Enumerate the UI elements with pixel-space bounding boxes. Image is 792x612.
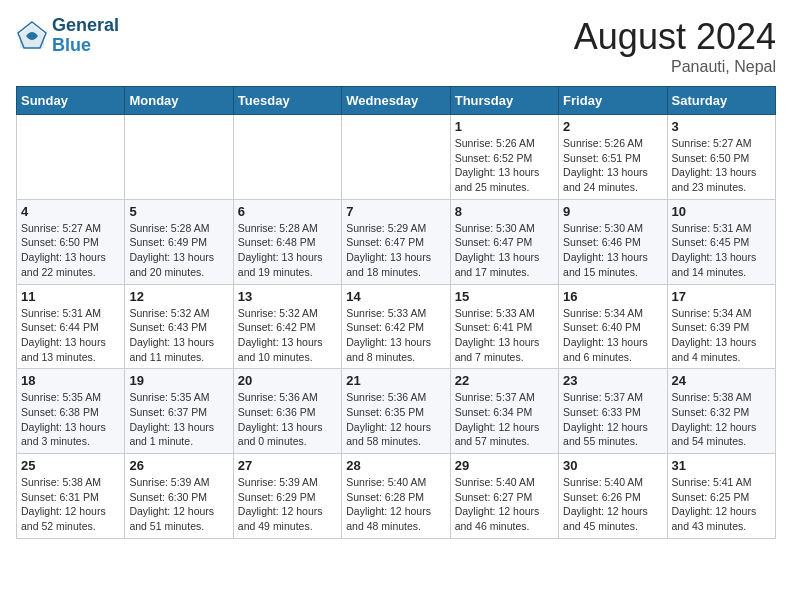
day-info: Sunrise: 5:27 AM Sunset: 6:50 PM Dayligh… (21, 221, 120, 280)
calendar-cell: 16Sunrise: 5:34 AM Sunset: 6:40 PM Dayli… (559, 284, 667, 369)
day-info: Sunrise: 5:33 AM Sunset: 6:42 PM Dayligh… (346, 306, 445, 365)
day-number: 8 (455, 204, 554, 219)
day-info: Sunrise: 5:29 AM Sunset: 6:47 PM Dayligh… (346, 221, 445, 280)
day-info: Sunrise: 5:35 AM Sunset: 6:38 PM Dayligh… (21, 390, 120, 449)
calendar-cell (17, 115, 125, 200)
day-info: Sunrise: 5:27 AM Sunset: 6:50 PM Dayligh… (672, 136, 771, 195)
calendar-cell: 3Sunrise: 5:27 AM Sunset: 6:50 PM Daylig… (667, 115, 775, 200)
calendar-cell: 10Sunrise: 5:31 AM Sunset: 6:45 PM Dayli… (667, 199, 775, 284)
day-info: Sunrise: 5:34 AM Sunset: 6:39 PM Dayligh… (672, 306, 771, 365)
day-number: 2 (563, 119, 662, 134)
logo-text: General Blue (52, 16, 119, 56)
logo-icon (16, 20, 48, 52)
day-number: 30 (563, 458, 662, 473)
day-info: Sunrise: 5:40 AM Sunset: 6:27 PM Dayligh… (455, 475, 554, 534)
day-info: Sunrise: 5:41 AM Sunset: 6:25 PM Dayligh… (672, 475, 771, 534)
weekday-header-thursday: Thursday (450, 87, 558, 115)
calendar-cell: 30Sunrise: 5:40 AM Sunset: 6:26 PM Dayli… (559, 454, 667, 539)
weekday-header-friday: Friday (559, 87, 667, 115)
calendar-cell: 1Sunrise: 5:26 AM Sunset: 6:52 PM Daylig… (450, 115, 558, 200)
calendar-cell: 4Sunrise: 5:27 AM Sunset: 6:50 PM Daylig… (17, 199, 125, 284)
calendar-cell: 24Sunrise: 5:38 AM Sunset: 6:32 PM Dayli… (667, 369, 775, 454)
day-info: Sunrise: 5:40 AM Sunset: 6:28 PM Dayligh… (346, 475, 445, 534)
day-number: 12 (129, 289, 228, 304)
weekday-header-saturday: Saturday (667, 87, 775, 115)
calendar-cell (125, 115, 233, 200)
calendar-cell: 25Sunrise: 5:38 AM Sunset: 6:31 PM Dayli… (17, 454, 125, 539)
day-number: 16 (563, 289, 662, 304)
calendar-cell: 20Sunrise: 5:36 AM Sunset: 6:36 PM Dayli… (233, 369, 341, 454)
calendar-cell: 9Sunrise: 5:30 AM Sunset: 6:46 PM Daylig… (559, 199, 667, 284)
day-number: 26 (129, 458, 228, 473)
day-info: Sunrise: 5:30 AM Sunset: 6:46 PM Dayligh… (563, 221, 662, 280)
weekday-header-monday: Monday (125, 87, 233, 115)
calendar-cell: 31Sunrise: 5:41 AM Sunset: 6:25 PM Dayli… (667, 454, 775, 539)
day-number: 18 (21, 373, 120, 388)
day-number: 22 (455, 373, 554, 388)
calendar-cell: 5Sunrise: 5:28 AM Sunset: 6:49 PM Daylig… (125, 199, 233, 284)
day-number: 13 (238, 289, 337, 304)
day-number: 3 (672, 119, 771, 134)
day-info: Sunrise: 5:32 AM Sunset: 6:43 PM Dayligh… (129, 306, 228, 365)
logo-line1: General (52, 16, 119, 36)
day-number: 14 (346, 289, 445, 304)
day-info: Sunrise: 5:26 AM Sunset: 6:52 PM Dayligh… (455, 136, 554, 195)
day-info: Sunrise: 5:28 AM Sunset: 6:48 PM Dayligh… (238, 221, 337, 280)
weekday-header-wednesday: Wednesday (342, 87, 450, 115)
calendar-cell: 11Sunrise: 5:31 AM Sunset: 6:44 PM Dayli… (17, 284, 125, 369)
day-info: Sunrise: 5:37 AM Sunset: 6:34 PM Dayligh… (455, 390, 554, 449)
month-year: August 2024 (574, 16, 776, 58)
calendar-cell: 29Sunrise: 5:40 AM Sunset: 6:27 PM Dayli… (450, 454, 558, 539)
day-info: Sunrise: 5:26 AM Sunset: 6:51 PM Dayligh… (563, 136, 662, 195)
day-number: 17 (672, 289, 771, 304)
calendar-cell: 8Sunrise: 5:30 AM Sunset: 6:47 PM Daylig… (450, 199, 558, 284)
weekday-header-tuesday: Tuesday (233, 87, 341, 115)
calendar-cell: 7Sunrise: 5:29 AM Sunset: 6:47 PM Daylig… (342, 199, 450, 284)
day-info: Sunrise: 5:38 AM Sunset: 6:32 PM Dayligh… (672, 390, 771, 449)
location: Panauti, Nepal (574, 58, 776, 76)
day-number: 7 (346, 204, 445, 219)
calendar-cell: 6Sunrise: 5:28 AM Sunset: 6:48 PM Daylig… (233, 199, 341, 284)
day-info: Sunrise: 5:38 AM Sunset: 6:31 PM Dayligh… (21, 475, 120, 534)
day-number: 31 (672, 458, 771, 473)
logo-line2: Blue (52, 36, 119, 56)
calendar: SundayMondayTuesdayWednesdayThursdayFrid… (16, 86, 776, 539)
calendar-cell: 2Sunrise: 5:26 AM Sunset: 6:51 PM Daylig… (559, 115, 667, 200)
calendar-cell: 27Sunrise: 5:39 AM Sunset: 6:29 PM Dayli… (233, 454, 341, 539)
day-number: 28 (346, 458, 445, 473)
calendar-cell: 18Sunrise: 5:35 AM Sunset: 6:38 PM Dayli… (17, 369, 125, 454)
calendar-cell: 23Sunrise: 5:37 AM Sunset: 6:33 PM Dayli… (559, 369, 667, 454)
day-info: Sunrise: 5:39 AM Sunset: 6:30 PM Dayligh… (129, 475, 228, 534)
day-number: 21 (346, 373, 445, 388)
day-number: 20 (238, 373, 337, 388)
day-number: 4 (21, 204, 120, 219)
title-area: August 2024 Panauti, Nepal (574, 16, 776, 76)
calendar-cell: 22Sunrise: 5:37 AM Sunset: 6:34 PM Dayli… (450, 369, 558, 454)
calendar-cell: 12Sunrise: 5:32 AM Sunset: 6:43 PM Dayli… (125, 284, 233, 369)
day-info: Sunrise: 5:31 AM Sunset: 6:45 PM Dayligh… (672, 221, 771, 280)
calendar-cell: 14Sunrise: 5:33 AM Sunset: 6:42 PM Dayli… (342, 284, 450, 369)
day-number: 15 (455, 289, 554, 304)
day-info: Sunrise: 5:33 AM Sunset: 6:41 PM Dayligh… (455, 306, 554, 365)
calendar-cell: 19Sunrise: 5:35 AM Sunset: 6:37 PM Dayli… (125, 369, 233, 454)
day-info: Sunrise: 5:34 AM Sunset: 6:40 PM Dayligh… (563, 306, 662, 365)
logo: General Blue (16, 16, 119, 56)
day-number: 9 (563, 204, 662, 219)
day-info: Sunrise: 5:37 AM Sunset: 6:33 PM Dayligh… (563, 390, 662, 449)
day-number: 1 (455, 119, 554, 134)
day-number: 24 (672, 373, 771, 388)
day-info: Sunrise: 5:36 AM Sunset: 6:35 PM Dayligh… (346, 390, 445, 449)
calendar-cell: 15Sunrise: 5:33 AM Sunset: 6:41 PM Dayli… (450, 284, 558, 369)
day-info: Sunrise: 5:40 AM Sunset: 6:26 PM Dayligh… (563, 475, 662, 534)
day-number: 27 (238, 458, 337, 473)
calendar-cell (342, 115, 450, 200)
calendar-cell: 17Sunrise: 5:34 AM Sunset: 6:39 PM Dayli… (667, 284, 775, 369)
day-number: 23 (563, 373, 662, 388)
day-info: Sunrise: 5:36 AM Sunset: 6:36 PM Dayligh… (238, 390, 337, 449)
day-info: Sunrise: 5:30 AM Sunset: 6:47 PM Dayligh… (455, 221, 554, 280)
day-number: 19 (129, 373, 228, 388)
day-number: 25 (21, 458, 120, 473)
header: General Blue August 2024 Panauti, Nepal (16, 16, 776, 76)
calendar-cell: 26Sunrise: 5:39 AM Sunset: 6:30 PM Dayli… (125, 454, 233, 539)
day-number: 5 (129, 204, 228, 219)
